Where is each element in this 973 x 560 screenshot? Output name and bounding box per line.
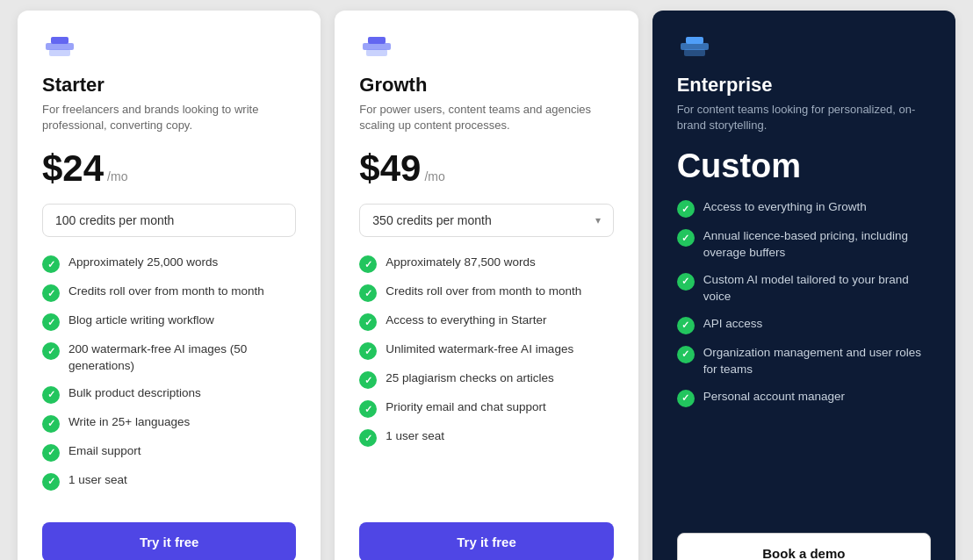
- feature-text: Credits roll over from month to month: [386, 284, 581, 300]
- list-item: Priority email and chat support: [359, 399, 613, 418]
- enterprise-plan-name: Enterprise: [677, 74, 931, 97]
- list-item: Custom AI model tailored to your brand v…: [677, 272, 931, 305]
- feature-text: Email support: [68, 443, 141, 460]
- feature-text: Personal account manager: [703, 389, 845, 406]
- enterprise-plan-card: Enterprise For content teams looking for…: [652, 11, 955, 560]
- feature-text: Annual licence-based pricing, including …: [703, 228, 931, 262]
- list-item: Approximately 87,500 words: [359, 255, 613, 273]
- enterprise-plan-description: For content teams looking for personaliz…: [677, 102, 931, 133]
- feature-text: 200 watermark-free AI images (50 generat…: [68, 341, 296, 375]
- list-item: Credits roll over from month to month: [359, 284, 613, 302]
- list-item: Blog article writing workflow: [42, 312, 296, 331]
- check-icon: [677, 317, 695, 334]
- starter-cta-button[interactable]: Try it free: [42, 522, 296, 560]
- starter-cta-section: Try it free No credit card required.: [42, 522, 296, 560]
- feature-text: Custom AI model tailored to your brand v…: [703, 272, 931, 305]
- feature-text: Access to everything in Starter: [386, 312, 546, 329]
- svg-rect-1: [46, 43, 74, 50]
- enterprise-features-list: Access to everything in Growth Annual li…: [677, 199, 931, 512]
- starter-icon: [42, 35, 77, 60]
- check-icon: [359, 284, 377, 302]
- feature-text: Approximately 87,500 words: [386, 255, 535, 271]
- feature-text: Unlimited watermark-free AI images: [386, 341, 573, 358]
- list-item: Write in 25+ languages: [42, 414, 296, 433]
- svg-rect-7: [681, 43, 709, 50]
- check-icon: [677, 346, 695, 363]
- growth-plan-description: For power users, content teams and agenc…: [359, 102, 613, 133]
- list-item: Organization management and user roles f…: [677, 345, 931, 378]
- svg-rect-6: [684, 49, 705, 56]
- feature-text: Write in 25+ languages: [68, 414, 190, 431]
- list-item: Access to everything in Growth: [677, 199, 931, 218]
- starter-plan-card: Starter For freelancers and brands looki…: [18, 11, 321, 560]
- list-item: 1 user seat: [42, 472, 296, 491]
- check-icon: [42, 255, 60, 273]
- svg-rect-0: [49, 49, 70, 56]
- starter-credits-label: 100 credits per month: [55, 213, 174, 227]
- list-item: Approximately 25,000 words: [42, 255, 296, 273]
- svg-rect-3: [366, 49, 387, 56]
- growth-credits-selector[interactable]: 350 credits per month ▾: [359, 204, 613, 237]
- feature-text: Approximately 25,000 words: [68, 255, 218, 271]
- check-icon: [359, 255, 377, 273]
- list-item: 1 user seat: [359, 428, 613, 447]
- pricing-container: Starter For freelancers and brands looki…: [0, 0, 973, 560]
- list-item: API access: [677, 316, 931, 334]
- feature-text: 1 user seat: [386, 428, 444, 445]
- feature-text: 25 plagiarism checks on articles: [386, 370, 553, 387]
- list-item: Access to everything in Starter: [359, 312, 613, 331]
- check-icon: [42, 473, 60, 491]
- growth-icon: [359, 35, 394, 60]
- check-icon: [42, 444, 60, 462]
- check-icon: [42, 313, 60, 331]
- svg-rect-2: [51, 37, 68, 44]
- enterprise-price-custom: Custom: [677, 147, 801, 185]
- check-icon: [42, 342, 60, 360]
- check-icon: [359, 313, 377, 331]
- check-icon: [42, 284, 60, 302]
- svg-rect-5: [368, 37, 386, 44]
- starter-plan-name: Starter: [42, 74, 296, 97]
- list-item: Unlimited watermark-free AI images: [359, 341, 613, 360]
- growth-credits-label: 350 credits per month: [372, 213, 491, 227]
- growth-cta-button[interactable]: Try it free: [359, 522, 613, 560]
- feature-text: Bulk product descriptions: [68, 385, 201, 402]
- feature-text: Credits roll over from month to month: [68, 284, 264, 300]
- growth-features-list: Approximately 87,500 words Credits roll …: [359, 255, 613, 501]
- check-icon: [677, 200, 695, 218]
- enterprise-price: Custom: [677, 147, 931, 185]
- growth-plan-name: Growth: [359, 74, 613, 97]
- enterprise-icon: [677, 35, 712, 60]
- feature-text: API access: [703, 316, 763, 333]
- growth-price: $49 /mo: [359, 147, 613, 190]
- svg-rect-4: [363, 43, 391, 50]
- list-item: Bulk product descriptions: [42, 385, 296, 404]
- check-icon: [677, 229, 695, 247]
- check-icon: [42, 386, 60, 404]
- list-item: Personal account manager: [677, 389, 931, 407]
- starter-credits-selector: 100 credits per month: [42, 204, 296, 237]
- enterprise-cta-button[interactable]: Book a demo: [677, 533, 931, 560]
- list-item: 25 plagiarism checks on articles: [359, 370, 613, 389]
- feature-text: 1 user seat: [68, 472, 127, 489]
- check-icon: [677, 273, 695, 291]
- feature-text: Blog article writing workflow: [68, 312, 214, 329]
- growth-plan-card: Growth For power users, content teams an…: [335, 11, 638, 560]
- growth-price-period: /mo: [424, 169, 444, 183]
- starter-price-amount: $24: [42, 147, 104, 190]
- check-icon: [359, 371, 377, 389]
- check-icon: [359, 342, 377, 360]
- growth-price-amount: $49: [359, 147, 421, 190]
- check-icon: [677, 390, 695, 407]
- enterprise-cta-section: Book a demo: [677, 533, 931, 560]
- feature-text: Organization management and user roles f…: [703, 345, 931, 378]
- feature-text: Priority email and chat support: [386, 399, 545, 416]
- feature-text: Access to everything in Growth: [703, 199, 867, 216]
- check-icon: [359, 429, 377, 447]
- starter-price-period: /mo: [107, 169, 127, 183]
- list-item: Credits roll over from month to month: [42, 284, 296, 302]
- chevron-down-icon: ▾: [595, 214, 601, 226]
- check-icon: [359, 400, 377, 418]
- list-item: Annual licence-based pricing, including …: [677, 228, 931, 262]
- check-icon: [42, 415, 60, 433]
